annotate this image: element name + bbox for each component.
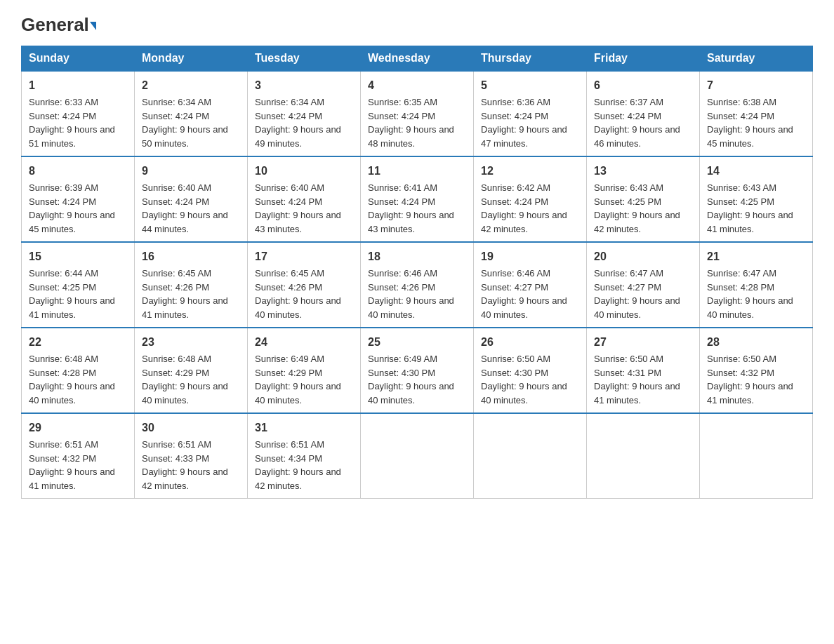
day-info: Sunrise: 6:42 AMSunset: 4:24 PMDaylight:… — [481, 182, 567, 234]
calendar-cell: 23Sunrise: 6:48 AMSunset: 4:29 PMDayligh… — [135, 328, 248, 413]
day-info: Sunrise: 6:50 AMSunset: 4:30 PMDaylight:… — [481, 354, 567, 405]
calendar-cell: 30Sunrise: 6:51 AMSunset: 4:33 PMDayligh… — [135, 413, 248, 499]
day-number: 11 — [368, 163, 466, 180]
day-number: 30 — [142, 420, 240, 436]
logo-triangle-icon — [90, 22, 96, 30]
calendar-header-row: SundayMondayTuesdayWednesdayThursdayFrid… — [22, 46, 813, 72]
calendar-cell: 25Sunrise: 6:49 AMSunset: 4:30 PMDayligh… — [361, 328, 474, 413]
day-number: 14 — [707, 163, 805, 180]
calendar-cell: 4Sunrise: 6:35 AMSunset: 4:24 PMDaylight… — [361, 71, 474, 156]
day-number: 23 — [142, 334, 240, 351]
day-info: Sunrise: 6:51 AMSunset: 4:33 PMDaylight:… — [142, 439, 228, 491]
logo-top: General — [21, 14, 96, 36]
day-info: Sunrise: 6:51 AMSunset: 4:34 PMDaylight:… — [255, 439, 341, 491]
day-number: 10 — [255, 163, 353, 180]
calendar-cell: 29Sunrise: 6:51 AMSunset: 4:32 PMDayligh… — [22, 413, 135, 499]
calendar-cell: 5Sunrise: 6:36 AMSunset: 4:24 PMDaylight… — [474, 71, 587, 156]
day-number: 24 — [255, 334, 353, 351]
day-number: 3 — [255, 77, 353, 94]
day-info: Sunrise: 6:48 AMSunset: 4:29 PMDaylight:… — [142, 354, 228, 405]
day-header-tuesday: Tuesday — [248, 46, 361, 72]
day-number: 5 — [481, 77, 579, 94]
day-info: Sunrise: 6:39 AMSunset: 4:24 PMDaylight:… — [29, 182, 115, 234]
day-info: Sunrise: 6:51 AMSunset: 4:32 PMDaylight:… — [29, 439, 115, 491]
day-number: 7 — [707, 77, 805, 94]
calendar-cell — [474, 413, 587, 499]
day-number: 18 — [368, 248, 466, 265]
day-number: 6 — [594, 77, 692, 94]
calendar-cell: 14Sunrise: 6:43 AMSunset: 4:25 PMDayligh… — [700, 156, 813, 242]
day-number: 16 — [142, 248, 240, 265]
calendar-cell: 1Sunrise: 6:33 AMSunset: 4:24 PMDaylight… — [22, 71, 135, 156]
day-info: Sunrise: 6:36 AMSunset: 4:24 PMDaylight:… — [481, 97, 567, 149]
day-info: Sunrise: 6:43 AMSunset: 4:25 PMDaylight:… — [594, 182, 680, 234]
day-info: Sunrise: 6:49 AMSunset: 4:30 PMDaylight:… — [368, 354, 454, 405]
calendar-cell: 27Sunrise: 6:50 AMSunset: 4:31 PMDayligh… — [587, 328, 700, 413]
calendar-cell: 31Sunrise: 6:51 AMSunset: 4:34 PMDayligh… — [248, 413, 361, 499]
day-header-friday: Friday — [587, 46, 700, 72]
calendar-cell: 3Sunrise: 6:34 AMSunset: 4:24 PMDaylight… — [248, 71, 361, 156]
calendar-cell: 15Sunrise: 6:44 AMSunset: 4:25 PMDayligh… — [22, 242, 135, 328]
calendar-cell: 8Sunrise: 6:39 AMSunset: 4:24 PMDaylight… — [22, 156, 135, 242]
day-number: 17 — [255, 248, 353, 265]
calendar-cell: 16Sunrise: 6:45 AMSunset: 4:26 PMDayligh… — [135, 242, 248, 328]
day-info: Sunrise: 6:33 AMSunset: 4:24 PMDaylight:… — [29, 97, 115, 149]
calendar-cell: 13Sunrise: 6:43 AMSunset: 4:25 PMDayligh… — [587, 156, 700, 242]
day-number: 25 — [368, 334, 466, 351]
calendar-cell: 22Sunrise: 6:48 AMSunset: 4:28 PMDayligh… — [22, 328, 135, 413]
calendar-cell: 17Sunrise: 6:45 AMSunset: 4:26 PMDayligh… — [248, 242, 361, 328]
day-info: Sunrise: 6:38 AMSunset: 4:24 PMDaylight:… — [707, 97, 793, 149]
day-header-saturday: Saturday — [700, 46, 813, 72]
day-header-wednesday: Wednesday — [361, 46, 474, 72]
day-info: Sunrise: 6:44 AMSunset: 4:25 PMDaylight:… — [29, 268, 115, 320]
day-info: Sunrise: 6:47 AMSunset: 4:28 PMDaylight:… — [707, 268, 793, 320]
day-info: Sunrise: 6:50 AMSunset: 4:32 PMDaylight:… — [707, 354, 793, 405]
calendar-week-row: 1Sunrise: 6:33 AMSunset: 4:24 PMDaylight… — [22, 71, 813, 156]
day-number: 28 — [707, 334, 805, 351]
day-info: Sunrise: 6:37 AMSunset: 4:24 PMDaylight:… — [594, 97, 680, 149]
calendar-cell: 11Sunrise: 6:41 AMSunset: 4:24 PMDayligh… — [361, 156, 474, 242]
page-header: General — [21, 14, 813, 33]
calendar-cell: 2Sunrise: 6:34 AMSunset: 4:24 PMDaylight… — [135, 71, 248, 156]
day-number: 2 — [142, 77, 240, 94]
day-number: 20 — [594, 248, 692, 265]
day-number: 31 — [255, 420, 353, 436]
calendar-cell: 10Sunrise: 6:40 AMSunset: 4:24 PMDayligh… — [248, 156, 361, 242]
day-header-sunday: Sunday — [22, 46, 135, 72]
day-number: 15 — [29, 248, 127, 265]
day-info: Sunrise: 6:43 AMSunset: 4:25 PMDaylight:… — [707, 182, 793, 234]
day-number: 29 — [29, 420, 127, 436]
calendar-cell: 9Sunrise: 6:40 AMSunset: 4:24 PMDaylight… — [135, 156, 248, 242]
day-info: Sunrise: 6:46 AMSunset: 4:27 PMDaylight:… — [481, 268, 567, 320]
calendar-cell: 20Sunrise: 6:47 AMSunset: 4:27 PMDayligh… — [587, 242, 700, 328]
calendar-cell — [587, 413, 700, 499]
day-number: 8 — [29, 163, 127, 180]
calendar-table: SundayMondayTuesdayWednesdayThursdayFrid… — [21, 46, 813, 499]
day-info: Sunrise: 6:50 AMSunset: 4:31 PMDaylight:… — [594, 354, 680, 405]
day-info: Sunrise: 6:46 AMSunset: 4:26 PMDaylight:… — [368, 268, 454, 320]
day-info: Sunrise: 6:34 AMSunset: 4:24 PMDaylight:… — [142, 97, 228, 149]
calendar-week-row: 22Sunrise: 6:48 AMSunset: 4:28 PMDayligh… — [22, 328, 813, 413]
calendar-cell: 26Sunrise: 6:50 AMSunset: 4:30 PMDayligh… — [474, 328, 587, 413]
day-info: Sunrise: 6:34 AMSunset: 4:24 PMDaylight:… — [255, 97, 341, 149]
day-number: 4 — [368, 77, 466, 94]
day-info: Sunrise: 6:40 AMSunset: 4:24 PMDaylight:… — [142, 182, 228, 234]
day-info: Sunrise: 6:45 AMSunset: 4:26 PMDaylight:… — [142, 268, 228, 320]
day-info: Sunrise: 6:49 AMSunset: 4:29 PMDaylight:… — [255, 354, 341, 405]
calendar-cell: 6Sunrise: 6:37 AMSunset: 4:24 PMDaylight… — [587, 71, 700, 156]
day-header-monday: Monday — [135, 46, 248, 72]
day-number: 13 — [594, 163, 692, 180]
day-number: 22 — [29, 334, 127, 351]
calendar-week-row: 8Sunrise: 6:39 AMSunset: 4:24 PMDaylight… — [22, 156, 813, 242]
day-info: Sunrise: 6:35 AMSunset: 4:24 PMDaylight:… — [368, 97, 454, 149]
calendar-cell: 21Sunrise: 6:47 AMSunset: 4:28 PMDayligh… — [700, 242, 813, 328]
calendar-week-row: 29Sunrise: 6:51 AMSunset: 4:32 PMDayligh… — [22, 413, 813, 499]
day-number: 21 — [707, 248, 805, 265]
day-number: 19 — [481, 248, 579, 265]
calendar-week-row: 15Sunrise: 6:44 AMSunset: 4:25 PMDayligh… — [22, 242, 813, 328]
calendar-cell — [361, 413, 474, 499]
calendar-cell — [700, 413, 813, 499]
day-info: Sunrise: 6:48 AMSunset: 4:28 PMDaylight:… — [29, 354, 115, 405]
day-info: Sunrise: 6:41 AMSunset: 4:24 PMDaylight:… — [368, 182, 454, 234]
calendar-cell: 7Sunrise: 6:38 AMSunset: 4:24 PMDaylight… — [700, 71, 813, 156]
